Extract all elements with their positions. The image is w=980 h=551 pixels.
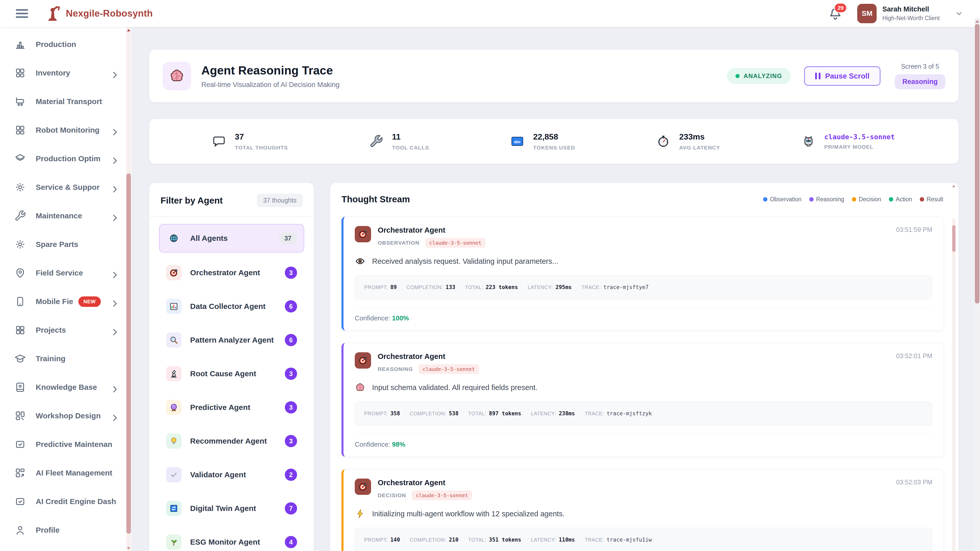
legend-item-decision: Decision xyxy=(852,196,881,203)
sidebar-item-training[interactable]: Training xyxy=(0,345,131,373)
filter-panel: Filter by Agent 37 thoughts All Agents37… xyxy=(149,183,314,551)
metric-label: TOTAL: xyxy=(465,284,483,290)
sidebar-item-label: Spare Parts xyxy=(36,240,78,249)
thought-type-label: OBSERVATION xyxy=(378,240,420,246)
sidebar-scrollbar-thumb[interactable] xyxy=(126,173,131,534)
agent-count-badge: 3 xyxy=(285,401,297,413)
stream-scroll-up-icon[interactable] xyxy=(952,185,955,187)
agent-filter-label: Validator Agent xyxy=(190,470,246,479)
sidebar-item-label: AI Credit Engine Dash xyxy=(36,497,116,506)
agent-filter-predictive-agent[interactable]: Predictive Agent3 xyxy=(159,394,304,421)
sidebar-item-mobile-fie[interactable]: Mobile FieNEW xyxy=(0,287,131,316)
microscope-icon xyxy=(169,369,179,379)
refresh-square-icon xyxy=(169,503,179,513)
sidebar-item-label: Material Transport xyxy=(36,97,102,106)
metric-value: 110ms xyxy=(558,537,575,543)
stat-label: TOTAL THOUGHTS xyxy=(235,144,288,151)
thought-timestamp: 03:51:59 PM xyxy=(896,226,932,248)
sidebar-item-maintenance[interactable]: Maintenance xyxy=(0,202,131,230)
sidebar-item-predictive-maintenan[interactable]: Predictive Maintenan xyxy=(0,430,131,459)
chevron-right-icon xyxy=(109,412,117,420)
metric-value: 210 xyxy=(449,537,458,543)
menu-icon[interactable] xyxy=(16,7,29,20)
thought-type-label: DECISION xyxy=(378,492,406,499)
sidebar-item-profile[interactable]: Profile xyxy=(0,516,131,545)
thought-count-pill: 37 thoughts xyxy=(257,194,303,207)
sidebar-item-material-transport[interactable]: Material Transport xyxy=(0,87,131,116)
sidebar-item-service-suppor[interactable]: Service & Suppor xyxy=(0,173,131,202)
thought-card: Orchestrator AgentREASONINGclaude-3-5-so… xyxy=(342,343,944,457)
sidebar-item-production-optim[interactable]: Production Optim xyxy=(0,144,131,173)
sidebar-item-label: Knowledge Base xyxy=(36,383,97,392)
agent-filter-recommender-agent[interactable]: Recommender Agent3 xyxy=(159,427,304,454)
agent-filter-data-collector-agent[interactable]: Data Collector Agent6 xyxy=(159,293,304,320)
chevron-down-icon[interactable] xyxy=(955,9,964,18)
metric-label: PROMPT: xyxy=(364,284,388,290)
agent-filter-validator-agent[interactable]: Validator Agent2 xyxy=(159,461,304,488)
metric-label: TRACE: xyxy=(585,411,604,416)
sidebar-item-field-service[interactable]: Field Service xyxy=(0,259,131,287)
agent-filter-label: ESG Monitor Agent xyxy=(190,538,260,546)
cart-icon xyxy=(14,96,26,107)
sidebar-item-inventory[interactable]: Inventory xyxy=(0,59,131,87)
stream-scrollbar[interactable] xyxy=(952,219,956,551)
page-scroll-up-icon[interactable] xyxy=(975,20,979,23)
bolt-icon xyxy=(355,508,366,519)
sidebar-item-label: Field Service xyxy=(36,268,83,277)
stat-value: 22,858 xyxy=(533,132,575,141)
avatar[interactable]: SM xyxy=(857,4,877,23)
magnifier-icon xyxy=(169,335,179,345)
stat-value: 37 xyxy=(235,132,288,141)
agent-filter-label: Recommender Agent xyxy=(190,437,267,445)
metric-value: trace-mjsftye7 xyxy=(603,284,649,290)
svg-text:abc: abc xyxy=(514,140,520,144)
panels-icon xyxy=(14,124,26,136)
sidebar-item-ai-fleet-management[interactable]: AI Fleet Management xyxy=(0,459,131,487)
agent-filter-orchestrator-agent[interactable]: Orchestrator Agent3 xyxy=(159,259,304,286)
sidebar-item-label: AI Fleet Management xyxy=(36,468,112,477)
metric-value: 223 tokens xyxy=(486,284,518,290)
abc-icon: abc xyxy=(510,134,525,148)
metric-label: TOTAL: xyxy=(468,537,487,543)
sidebar-item-production[interactable]: Production xyxy=(0,30,131,59)
thought-metrics: PROMPT:358COMPLETION:538TOTAL:897 tokens… xyxy=(355,402,932,426)
stat-label: AVG LATENCY xyxy=(679,144,720,151)
metric-label: PROMPT: xyxy=(364,411,388,416)
stream-scrollbar-thumb[interactable] xyxy=(952,225,956,252)
sidebar-item-label: Inventory xyxy=(36,68,70,77)
legend-dot-icon xyxy=(889,197,893,202)
person-icon xyxy=(14,524,26,536)
metric-value: 89 xyxy=(390,284,396,290)
agent-filter-esg-monitor-agent[interactable]: ESG Monitor Agent4 xyxy=(159,529,304,551)
metric-label: LATENCY: xyxy=(528,284,553,290)
brain-icon xyxy=(169,68,185,84)
thought-agent-name: Orchestrator Agent xyxy=(378,478,472,487)
agent-filter-pattern-analyzer-agent[interactable]: Pattern Analyzer Agent6 xyxy=(159,327,304,354)
legend-item-result: Result xyxy=(920,196,943,203)
sidebar-item-robot-monitoring[interactable]: Robot Monitoring xyxy=(0,116,131,144)
sidebar-item-spare-parts[interactable]: Spare Parts xyxy=(0,230,131,259)
agent-filter-digital-twin-agent[interactable]: Digital Twin Agent7 xyxy=(159,495,304,522)
stat-avg-latency: 233msAVG LATENCY xyxy=(656,132,720,151)
page-subtitle: Real-time Visualization of AI Decision M… xyxy=(201,81,339,89)
sidebar-item-workshop-design[interactable]: Workshop Design xyxy=(0,402,131,430)
wrench-icon xyxy=(14,210,26,222)
status-dot-icon xyxy=(735,74,740,78)
layers-icon xyxy=(14,153,26,165)
sidebar-item-knowledge-base[interactable]: Knowledge Base xyxy=(0,373,131,402)
agent-avatar xyxy=(355,478,371,495)
notification-bell-icon[interactable]: 29 xyxy=(828,6,842,21)
sidebar-item-projects[interactable]: Projects xyxy=(0,316,131,345)
metric-value: 358 xyxy=(390,410,400,416)
sidebar-item-label: Production Optim xyxy=(36,154,100,163)
legend-label: Reasoning xyxy=(816,196,844,203)
page-scrollbar-thumb[interactable] xyxy=(975,24,980,303)
sidebar-scroll-up-icon[interactable] xyxy=(127,29,130,32)
agent-filter-all-agents[interactable]: All Agents37 xyxy=(159,224,304,252)
pause-scroll-button[interactable]: Pause Scroll xyxy=(804,66,880,86)
agent-filter-root-cause-agent[interactable]: Root Cause Agent3 xyxy=(159,360,304,387)
agent-filter-label: Orchestrator Agent xyxy=(190,268,260,277)
sidebar-item-ai-credit-engine-dash[interactable]: AI Credit Engine Dash xyxy=(0,487,131,516)
sidebar-scroll-down-icon[interactable] xyxy=(127,547,130,549)
user-info: Sarah Mitchell High-Net-Worth Client xyxy=(882,5,940,22)
